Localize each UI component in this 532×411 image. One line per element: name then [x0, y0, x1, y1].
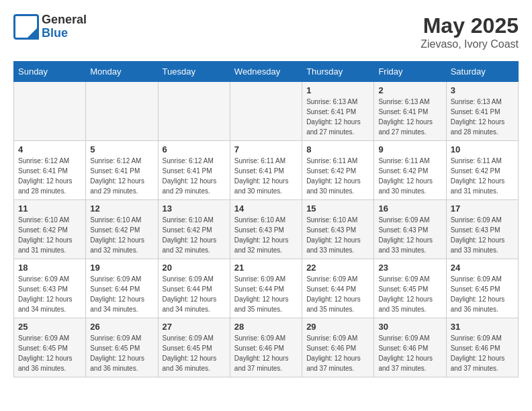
calendar-cell: 6Sunrise: 6:12 AMSunset: 6:41 PMDaylight…: [158, 141, 230, 200]
day-number: 1: [306, 85, 369, 95]
day-detail: Sunrise: 6:10 AMSunset: 6:42 PMDaylight:…: [90, 215, 153, 255]
logo: General Blue: [13, 13, 87, 40]
day-detail: Sunrise: 6:09 AMSunset: 6:43 PMDaylight:…: [18, 274, 81, 314]
calendar-week-row: 1Sunrise: 6:13 AMSunset: 6:41 PMDaylight…: [14, 82, 519, 141]
day-detail: Sunrise: 6:09 AMSunset: 6:44 PMDaylight:…: [306, 274, 369, 314]
day-detail: Sunrise: 6:09 AMSunset: 6:46 PMDaylight:…: [234, 333, 298, 373]
header-thursday: Thursday: [302, 62, 374, 82]
calendar-cell: [14, 82, 86, 141]
calendar-cell: 3Sunrise: 6:13 AMSunset: 6:41 PMDaylight…: [446, 82, 518, 141]
calendar-week-row: 11Sunrise: 6:10 AMSunset: 6:42 PMDayligh…: [14, 200, 519, 259]
day-detail: Sunrise: 6:09 AMSunset: 6:44 PMDaylight:…: [234, 274, 298, 314]
day-number: 12: [90, 203, 153, 214]
calendar-week-row: 18Sunrise: 6:09 AMSunset: 6:43 PMDayligh…: [14, 259, 519, 318]
day-number: 9: [378, 144, 441, 154]
day-detail: Sunrise: 6:09 AMSunset: 6:44 PMDaylight:…: [163, 274, 226, 314]
day-number: 30: [378, 322, 441, 332]
day-detail: Sunrise: 6:10 AMSunset: 6:43 PMDaylight:…: [306, 215, 369, 255]
logo-blue: Blue: [42, 27, 87, 40]
calendar-cell: 2Sunrise: 6:13 AMSunset: 6:41 PMDaylight…: [374, 82, 446, 141]
calendar-cell: 25Sunrise: 6:09 AMSunset: 6:45 PMDayligh…: [14, 318, 86, 377]
day-number: 29: [306, 322, 369, 332]
day-number: 8: [306, 144, 369, 154]
page-header: General Blue May 2025 Zievaso, Ivory Coa…: [13, 13, 519, 50]
day-number: 22: [306, 263, 369, 273]
calendar-cell: 22Sunrise: 6:09 AMSunset: 6:44 PMDayligh…: [302, 259, 374, 318]
calendar-cell: [230, 82, 302, 141]
day-detail: Sunrise: 6:10 AMSunset: 6:42 PMDaylight:…: [163, 215, 226, 255]
calendar-cell: 17Sunrise: 6:09 AMSunset: 6:43 PMDayligh…: [446, 200, 518, 259]
calendar-cell: 11Sunrise: 6:10 AMSunset: 6:42 PMDayligh…: [14, 200, 86, 259]
day-number: 7: [234, 144, 298, 154]
day-detail: Sunrise: 6:09 AMSunset: 6:45 PMDaylight:…: [18, 333, 81, 373]
logo-text: General Blue: [42, 13, 87, 40]
day-detail: Sunrise: 6:10 AMSunset: 6:43 PMDaylight:…: [234, 215, 298, 255]
header-friday: Friday: [374, 62, 446, 82]
day-number: 24: [451, 263, 514, 273]
calendar-cell: 29Sunrise: 6:09 AMSunset: 6:46 PMDayligh…: [302, 318, 374, 377]
page-subtitle: Zievaso, Ivory Coast: [420, 38, 519, 50]
calendar-cell: 24Sunrise: 6:09 AMSunset: 6:45 PMDayligh…: [446, 259, 518, 318]
day-detail: Sunrise: 6:10 AMSunset: 6:42 PMDaylight:…: [18, 215, 81, 255]
header-wednesday: Wednesday: [230, 62, 302, 82]
day-detail: Sunrise: 6:09 AMSunset: 6:43 PMDaylight:…: [378, 215, 441, 255]
calendar-cell: 18Sunrise: 6:09 AMSunset: 6:43 PMDayligh…: [14, 259, 86, 318]
day-number: 14: [234, 203, 298, 214]
day-number: 5: [90, 144, 153, 154]
calendar-table: SundayMondayTuesdayWednesdayThursdayFrid…: [13, 61, 519, 377]
calendar-cell: 9Sunrise: 6:11 AMSunset: 6:42 PMDaylight…: [374, 141, 446, 200]
calendar-cell: 16Sunrise: 6:09 AMSunset: 6:43 PMDayligh…: [374, 200, 446, 259]
day-detail: Sunrise: 6:09 AMSunset: 6:45 PMDaylight:…: [90, 333, 153, 373]
calendar-week-row: 25Sunrise: 6:09 AMSunset: 6:45 PMDayligh…: [14, 318, 519, 377]
calendar-cell: 31Sunrise: 6:09 AMSunset: 6:46 PMDayligh…: [446, 318, 518, 377]
calendar-cell: 28Sunrise: 6:09 AMSunset: 6:46 PMDayligh…: [230, 318, 302, 377]
day-detail: Sunrise: 6:12 AMSunset: 6:41 PMDaylight:…: [18, 156, 81, 196]
day-number: 2: [378, 85, 441, 95]
day-detail: Sunrise: 6:13 AMSunset: 6:41 PMDaylight:…: [306, 97, 369, 137]
day-number: 19: [90, 263, 153, 273]
calendar-cell: 26Sunrise: 6:09 AMSunset: 6:45 PMDayligh…: [86, 318, 158, 377]
calendar-cell: [86, 82, 158, 141]
day-number: 10: [451, 144, 514, 154]
day-detail: Sunrise: 6:11 AMSunset: 6:42 PMDaylight:…: [306, 156, 369, 196]
day-detail: Sunrise: 6:11 AMSunset: 6:41 PMDaylight:…: [234, 156, 298, 196]
day-number: 21: [234, 263, 298, 273]
calendar-week-row: 4Sunrise: 6:12 AMSunset: 6:41 PMDaylight…: [14, 141, 519, 200]
header-saturday: Saturday: [446, 62, 518, 82]
day-number: 16: [378, 203, 441, 214]
day-number: 27: [163, 322, 226, 332]
calendar-cell: 27Sunrise: 6:09 AMSunset: 6:45 PMDayligh…: [158, 318, 230, 377]
calendar-cell: 13Sunrise: 6:10 AMSunset: 6:42 PMDayligh…: [158, 200, 230, 259]
day-number: 6: [163, 144, 226, 154]
day-number: 13: [163, 203, 226, 214]
day-number: 28: [234, 322, 298, 332]
day-number: 23: [378, 263, 441, 273]
day-detail: Sunrise: 6:12 AMSunset: 6:41 PMDaylight:…: [163, 156, 226, 196]
page-title: May 2025: [420, 13, 519, 38]
calendar-cell: [158, 82, 230, 141]
day-detail: Sunrise: 6:09 AMSunset: 6:45 PMDaylight:…: [163, 333, 226, 373]
day-number: 17: [451, 203, 514, 214]
calendar-cell: 21Sunrise: 6:09 AMSunset: 6:44 PMDayligh…: [230, 259, 302, 318]
day-detail: Sunrise: 6:09 AMSunset: 6:45 PMDaylight:…: [451, 274, 514, 314]
calendar-cell: 23Sunrise: 6:09 AMSunset: 6:45 PMDayligh…: [374, 259, 446, 318]
calendar-cell: 30Sunrise: 6:09 AMSunset: 6:46 PMDayligh…: [374, 318, 446, 377]
day-number: 20: [163, 263, 226, 273]
day-number: 18: [18, 263, 81, 273]
day-detail: Sunrise: 6:09 AMSunset: 6:45 PMDaylight:…: [378, 274, 441, 314]
title-block: May 2025 Zievaso, Ivory Coast: [420, 13, 519, 50]
day-number: 11: [18, 203, 81, 214]
day-number: 15: [306, 203, 369, 214]
day-number: 4: [18, 144, 81, 154]
header-tuesday: Tuesday: [158, 62, 230, 82]
day-number: 31: [451, 322, 514, 332]
day-detail: Sunrise: 6:09 AMSunset: 6:46 PMDaylight:…: [451, 333, 514, 373]
calendar-header-row: SundayMondayTuesdayWednesdayThursdayFrid…: [14, 62, 519, 82]
day-number: 26: [90, 322, 153, 332]
calendar-cell: 8Sunrise: 6:11 AMSunset: 6:42 PMDaylight…: [302, 141, 374, 200]
header-sunday: Sunday: [14, 62, 86, 82]
day-detail: Sunrise: 6:11 AMSunset: 6:42 PMDaylight:…: [378, 156, 441, 196]
calendar-cell: 14Sunrise: 6:10 AMSunset: 6:43 PMDayligh…: [230, 200, 302, 259]
day-detail: Sunrise: 6:13 AMSunset: 6:41 PMDaylight:…: [378, 97, 441, 137]
calendar-cell: 19Sunrise: 6:09 AMSunset: 6:44 PMDayligh…: [86, 259, 158, 318]
